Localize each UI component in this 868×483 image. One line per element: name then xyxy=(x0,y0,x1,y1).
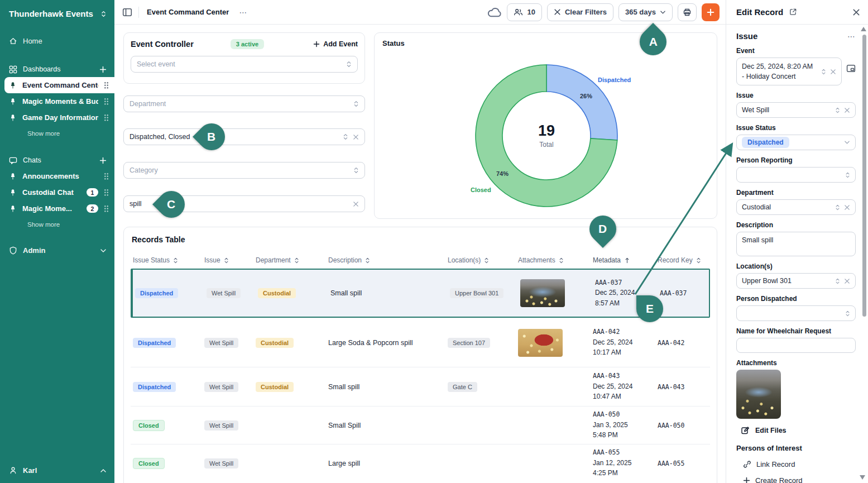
sort-icon xyxy=(365,257,370,264)
add-chat-icon[interactable] xyxy=(99,157,107,164)
chevron-down-icon xyxy=(844,140,850,145)
drag-handle-icon[interactable] xyxy=(104,82,109,89)
edit-files-button[interactable]: Edit Files xyxy=(741,426,856,435)
drag-handle-icon[interactable] xyxy=(104,98,109,105)
chevron-down-icon xyxy=(100,248,107,253)
sidebar-item-admin[interactable]: Admin xyxy=(0,242,114,259)
collaborators-count: 10 xyxy=(527,8,535,16)
chat-icon xyxy=(9,156,17,165)
status-filter-dropdown[interactable]: Dispatched, Closed xyxy=(123,128,365,145)
event-field-label: Event xyxy=(736,47,856,55)
add-dashboard-icon[interactable] xyxy=(99,66,107,73)
panel-scrollbar[interactable] xyxy=(862,35,866,317)
people-icon xyxy=(514,8,523,16)
sidebar-item-announcements[interactable]: Announcements xyxy=(4,168,114,184)
create-record-button[interactable]: Create Record xyxy=(743,476,856,483)
drag-handle-icon[interactable] xyxy=(104,173,109,180)
select-event-dropdown[interactable]: Select event xyxy=(131,56,358,73)
add-event-button[interactable]: Add Event xyxy=(313,40,358,48)
issue-status-dropdown[interactable]: Dispatched xyxy=(736,135,856,150)
column-header-issue[interactable]: Issue xyxy=(202,256,253,264)
clear-field-icon[interactable] xyxy=(844,278,850,284)
add-record-button[interactable] xyxy=(702,3,720,21)
status-badge: Closed xyxy=(133,420,165,431)
department-filter-dropdown[interactable]: Department xyxy=(123,95,365,112)
clear-search-icon[interactable] xyxy=(353,201,359,207)
column-header-metadata[interactable]: Metadata xyxy=(591,256,655,264)
wheelchair-input[interactable] xyxy=(736,338,856,353)
select-event-placeholder: Select event xyxy=(137,60,342,68)
clear-filter-icon[interactable] xyxy=(353,134,359,140)
attachment-thumbnail[interactable] xyxy=(518,329,563,357)
locations-field[interactable]: Upper Bowl 301 xyxy=(736,273,856,289)
drag-handle-icon[interactable] xyxy=(104,114,109,121)
column-header-record-key[interactable]: Record Key xyxy=(655,256,711,264)
section-label: Dashboards xyxy=(23,65,60,73)
collaborators-button[interactable]: 10 xyxy=(507,3,541,21)
person-dispatched-dropdown[interactable] xyxy=(736,305,856,321)
issue-status-badge: Dispatched xyxy=(742,137,789,148)
attachments-label: Attachments xyxy=(736,359,856,367)
person-reporting-label: Person Reporting xyxy=(736,156,856,164)
close-panel-icon[interactable] xyxy=(852,8,860,16)
table-row[interactable]: Dispatched Wet Spill Custodial Small spi… xyxy=(131,367,710,406)
event-field[interactable]: Dec 25, 2024, 8:20 AM - Holiday Concert xyxy=(736,58,842,85)
record-menu-icon[interactable]: ⋯ xyxy=(847,32,856,41)
sidebar-item-event-command-center[interactable]: Event Command Center xyxy=(4,77,114,93)
sort-icon xyxy=(559,257,564,264)
printer-icon xyxy=(683,8,692,17)
sidebar-item-custodial-chat[interactable]: Custodial Chat 1 xyxy=(4,184,114,200)
department-field[interactable]: Custodial xyxy=(736,199,856,215)
clear-field-icon[interactable] xyxy=(844,107,850,113)
drag-handle-icon[interactable] xyxy=(104,205,109,212)
column-header-attachments[interactable]: Attachments xyxy=(516,256,591,264)
locations-field-value: Upper Bowl 301 xyxy=(742,277,831,285)
description-value: Small spill xyxy=(742,236,850,244)
category-filter-dropdown[interactable]: Category xyxy=(123,162,365,179)
user-menu[interactable]: Karl xyxy=(0,462,114,479)
sidebar-toggle-icon[interactable] xyxy=(122,7,133,17)
attachment-thumbnail[interactable] xyxy=(520,279,565,307)
open-in-new-icon[interactable] xyxy=(789,8,797,16)
sidebar-item-magic-moments-budget[interactable]: Magic Moments & Budget xyxy=(4,93,114,109)
sidebar: Thunderhawk Events Home Dashboards Event… xyxy=(0,0,114,483)
description-textarea[interactable]: Small spill xyxy=(736,232,856,256)
dashboard-content: Event Controller 3 active Add Event Sele… xyxy=(114,25,726,482)
date-range-dropdown[interactable]: 365 days xyxy=(618,3,673,21)
sidebar-item-game-day-information[interactable]: Game Day Information xyxy=(4,109,114,126)
person-reporting-dropdown[interactable] xyxy=(736,167,856,183)
column-header-locations[interactable]: Location(s) xyxy=(445,256,516,264)
show-more-chats[interactable]: Show more xyxy=(27,218,114,231)
column-header-issue-status[interactable]: Issue Status xyxy=(131,256,202,264)
add-event-label: Add Event xyxy=(323,40,358,48)
show-more-dashboards[interactable]: Show more xyxy=(27,127,114,140)
scroll-down-icon[interactable] xyxy=(860,475,865,480)
drag-handle-icon[interactable] xyxy=(104,189,109,196)
clear-filters-button[interactable]: Clear Filters xyxy=(547,3,613,21)
scroll-up-icon[interactable] xyxy=(861,27,866,31)
link-record-button[interactable]: Link Record xyxy=(743,460,856,468)
workspace-switcher[interactable]: Thunderhawk Events xyxy=(0,0,114,18)
shield-icon xyxy=(9,246,17,255)
page-menu-icon[interactable]: ⋯ xyxy=(239,8,247,17)
column-header-department[interactable]: Department xyxy=(253,256,326,264)
sidebar-item-label: Magic Mome... xyxy=(22,204,81,213)
clear-field-icon[interactable] xyxy=(844,204,850,211)
sidebar-item-magic-moments-chat[interactable]: Magic Mome... 2 xyxy=(4,200,114,217)
sidebar-section-chats[interactable]: Chats xyxy=(0,152,114,168)
table-row[interactable]: Closed Wet Spill Small Spill AAA-050 Jan… xyxy=(131,406,710,444)
issue-field[interactable]: Wet Spill xyxy=(736,102,856,118)
print-button[interactable] xyxy=(678,3,697,21)
clear-field-icon[interactable] xyxy=(830,69,836,75)
column-header-description[interactable]: Description xyxy=(326,256,445,264)
records-table-title: Records Table xyxy=(131,235,710,244)
description-field-label: Description xyxy=(736,221,856,229)
table-row-selected[interactable]: Dispatched Wet Spill Custodial Small spi… xyxy=(131,269,710,318)
table-row[interactable]: Dispatched Wet Spill Custodial Large Sod… xyxy=(131,318,710,367)
sidebar-section-dashboards[interactable]: Dashboards xyxy=(0,61,114,77)
sidebar-item-home[interactable]: Home xyxy=(0,33,114,49)
attachment-thumbnail[interactable] xyxy=(736,370,781,419)
description-cell: Small spill xyxy=(328,286,448,300)
open-record-icon[interactable] xyxy=(846,64,856,73)
table-row[interactable]: Closed Wet Spill Large spill AAA-055 Jan… xyxy=(131,444,710,482)
